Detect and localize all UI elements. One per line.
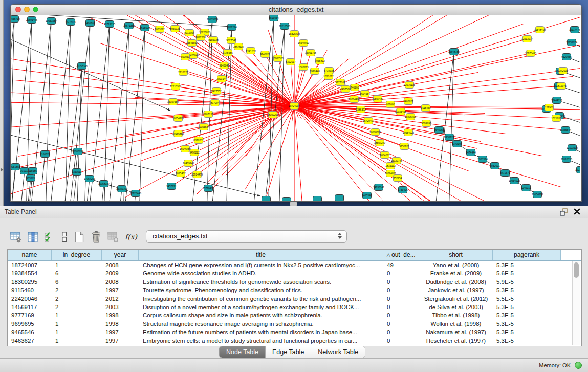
- tab-edge-table[interactable]: Edge Table: [266, 346, 311, 358]
- table-row[interactable]: 911546021997Tourette syndrome. Phenomeno…: [8, 286, 581, 294]
- table-cell-in_degree[interactable]: 1: [52, 328, 102, 336]
- network-window-titlebar[interactable]: citations_edges.txt: [11, 5, 581, 15]
- table-cell-in_degree[interactable]: 1: [52, 320, 102, 328]
- table-cell-pagerank[interactable]: 5.5E-5: [493, 295, 561, 303]
- table-cell-name[interactable]: 18300295: [8, 278, 52, 286]
- table-cell-year[interactable]: 1997: [102, 337, 139, 345]
- delete-column-icon[interactable]: [90, 230, 103, 244]
- table-cell-title[interactable]: Investigating the contribution of common…: [139, 295, 383, 303]
- graph-node[interactable]: [313, 196, 322, 202]
- table-cell-in_degree[interactable]: 2: [52, 295, 102, 303]
- zoom-window-button[interactable]: [33, 7, 38, 12]
- table-cell-pagerank[interactable]: 5.9E-5: [493, 278, 561, 286]
- table-cell-title[interactable]: Changes of HCN gene expression and I(f) …: [139, 261, 383, 269]
- table-cell-year[interactable]: 2009: [102, 269, 139, 277]
- column-header-year[interactable]: year: [102, 250, 139, 260]
- table-cell-name[interactable]: 9115460: [8, 286, 52, 294]
- table-cell-short[interactable]: Nakamura et al. (1997): [419, 328, 493, 336]
- table-row[interactable]: 2242004622012Investigating the contribut…: [8, 295, 581, 303]
- scrollbar-thumb[interactable]: [574, 262, 579, 278]
- table-cell-short[interactable]: Tibbo et al. (1998): [419, 311, 493, 319]
- table-cell-out_degree[interactable]: 0: [383, 286, 419, 294]
- table-cell-name[interactable]: 9463627: [8, 337, 52, 345]
- table-cell-year[interactable]: 2003: [102, 303, 139, 311]
- table-cell-title[interactable]: Embryonic stem cells: a model to study s…: [139, 337, 383, 345]
- table-cell-title[interactable]: Genome-wide association studies in ADHD.: [139, 269, 383, 277]
- table-cell-year[interactable]: 1998: [102, 311, 139, 319]
- table-cell-name[interactable]: 22420046: [8, 295, 52, 303]
- table-cell-in_degree[interactable]: 1: [52, 311, 102, 319]
- table-row[interactable]: 1872400712008Changes of HCN gene express…: [8, 261, 581, 269]
- table-cell-name[interactable]: 9777169: [8, 311, 52, 319]
- column-header-name[interactable]: name: [8, 250, 52, 260]
- table-cell-pagerank[interactable]: 5.3E-5: [493, 286, 561, 294]
- graph-node[interactable]: [262, 196, 271, 202]
- table-cell-short[interactable]: Franke et al. (2009): [419, 269, 493, 277]
- table-cell-short[interactable]: Jankovic et al. (1997): [419, 286, 493, 294]
- table-row[interactable]: 1830029562008Estimation of significance …: [8, 278, 581, 286]
- table-cell-year[interactable]: 2012: [102, 295, 139, 303]
- table-row[interactable]: 946362711997Embryonic stem cells: a mode…: [8, 337, 581, 345]
- minimize-window-button[interactable]: [24, 7, 30, 12]
- table-cell-out_degree[interactable]: 0: [383, 337, 419, 345]
- table-cell-out_degree[interactable]: 0: [383, 320, 419, 328]
- column-header-out_degree[interactable]: △out_de...: [383, 250, 419, 260]
- table-row[interactable]: 1938455462009Genome-wide association stu…: [8, 269, 581, 277]
- column-header-short[interactable]: short: [419, 250, 493, 260]
- select-all-columns-icon[interactable]: [43, 230, 56, 244]
- table-cell-pagerank[interactable]: 5.6E-5: [493, 269, 561, 277]
- table-cell-out_degree[interactable]: 0: [383, 311, 419, 319]
- table-cell-in_degree[interactable]: 6: [52, 278, 102, 286]
- table-cell-out_degree[interactable]: 0: [383, 278, 419, 286]
- table-cell-pagerank[interactable]: 5.3E-5: [493, 261, 561, 269]
- table-cell-title[interactable]: Structural magnetic resonance image aver…: [139, 320, 383, 328]
- table-cell-name[interactable]: 14569117: [8, 303, 52, 311]
- table-cell-year[interactable]: 1998: [102, 320, 139, 328]
- table-cell-year[interactable]: 2008: [102, 261, 139, 269]
- delete-table-icon[interactable]: [106, 230, 120, 244]
- memory-ok-indicator[interactable]: [575, 362, 582, 369]
- panel-splitter-handle[interactable]: [290, 202, 297, 206]
- table-cell-out_degree[interactable]: 49: [383, 261, 419, 269]
- table-cell-pagerank[interactable]: 5.3E-5: [493, 311, 561, 319]
- table-row[interactable]: 1456911722003Disruption of a novel membe…: [8, 303, 581, 311]
- column-header-title[interactable]: title: [139, 250, 383, 260]
- table-scrollbar[interactable]: [572, 261, 580, 345]
- unselect-all-columns-icon[interactable]: [60, 230, 69, 244]
- table-cell-year[interactable]: 1997: [102, 328, 139, 336]
- table-cell-short[interactable]: Stergiakouli et al. (2012): [419, 295, 493, 303]
- table-row[interactable]: 969969511998Structural magnetic resonanc…: [8, 320, 581, 328]
- table-cell-title[interactable]: Estimation of significance thresholds fo…: [139, 278, 383, 286]
- tab-network-table[interactable]: Network Table: [311, 346, 365, 358]
- network-canvas[interactable]: 1405571420691406106532871527602784661611…: [11, 15, 581, 201]
- function-builder-icon[interactable]: f(x): [123, 230, 139, 244]
- table-cell-pagerank[interactable]: 5.3E-5: [493, 320, 561, 328]
- table-cell-pagerank[interactable]: 5.3E-5: [493, 303, 561, 311]
- collapse-arrow-icon[interactable]: [1, 168, 3, 172]
- table-cell-short[interactable]: de Silva et al. (2003): [419, 303, 493, 311]
- table-cell-in_degree[interactable]: 1: [52, 261, 102, 269]
- table-cell-short[interactable]: Dudbridge et al. (2008): [419, 278, 493, 286]
- table-cell-title[interactable]: Estimation of the future numbers of pati…: [139, 328, 383, 336]
- table-cell-out_degree[interactable]: 0: [383, 303, 419, 311]
- citation-network-graph[interactable]: 1405571420691406106532871527602784661611…: [11, 15, 580, 201]
- table-row[interactable]: 977716911998Corpus callosum shape and si…: [8, 311, 581, 319]
- table-cell-name[interactable]: 9699695: [8, 320, 52, 328]
- close-panel-icon[interactable]: [573, 208, 581, 215]
- network-view-window[interactable]: citations_edges.txt 14055714206914061065…: [10, 4, 582, 202]
- table-cell-year[interactable]: 1997: [102, 286, 139, 294]
- table-cell-out_degree[interactable]: 0: [383, 269, 419, 277]
- create-column-icon[interactable]: [73, 230, 86, 244]
- table-cell-out_degree[interactable]: 0: [383, 295, 419, 303]
- table-cell-title[interactable]: Corpus callosum shape and size in male p…: [139, 311, 383, 319]
- table-cell-short[interactable]: Wolkin et al. (1998): [419, 320, 493, 328]
- tab-node-table[interactable]: Node Table: [220, 346, 266, 358]
- table-cell-title[interactable]: Disruption of a novel member of a sodium…: [139, 303, 383, 311]
- table-selector-dropdown[interactable]: citations_edges.txt: [146, 230, 347, 243]
- table-cell-name[interactable]: 19384554: [8, 269, 52, 277]
- table-cell-in_degree[interactable]: 1: [52, 337, 102, 345]
- table-cell-pagerank[interactable]: 5.3E-5: [493, 337, 561, 345]
- table-cell-in_degree[interactable]: 2: [52, 303, 102, 311]
- table-mode-icon[interactable]: [9, 230, 23, 244]
- table-cell-pagerank[interactable]: 5.3E-5: [493, 328, 561, 336]
